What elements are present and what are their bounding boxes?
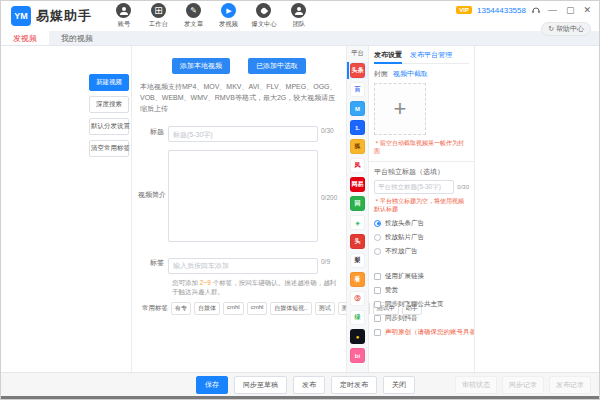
common-tag-chip[interactable]: 测试 [315,302,335,315]
platform-icon[interactable]: 百 [347,81,369,98]
checkbox-option[interactable]: 使用扩展链接 [374,272,469,281]
cover-row: 封面 视频中截取 [374,69,469,79]
ad-options: 投放头条广告 投放贴片广告 不投放广告 [374,219,469,256]
nav-item[interactable]: 工作台 [141,1,176,31]
divider [369,161,474,162]
platform-strip-header: 平台 [351,49,364,58]
platform-icon[interactable]: ● [347,328,369,345]
publish-settings: 发布设置 发布平台管理 封面 视频中截取 + ＊留空自动截取视频第一帧作为封面 … [369,46,474,374]
platform-icon[interactable]: 凤 [347,157,369,174]
footer-disabled-button: 同步记录 [502,376,544,394]
upload-buttons: 添加本地视频 已添加中选取 [138,58,340,74]
platform-icon[interactable]: ◈ [347,214,369,231]
video-icon [221,3,236,18]
ad-radio-option[interactable]: 不投放广告 [374,247,469,256]
titlebar: YM 易媒助手 账号 工作台 发文章 [1,1,599,31]
sync-options: 使用扩展链接 赞赏 同步到飞聊公共主页 [374,272,469,337]
app-window: YM 易媒助手 账号 工作台 发文章 [0,0,600,400]
title-label: 标题 [138,123,168,137]
capture-from-video-link[interactable]: 视频中截取 [393,69,428,79]
logo-icon: YM [11,6,31,26]
window-bottom-edge [1,396,599,399]
help-center-button[interactable]: ↻ 帮助中心 [541,22,591,36]
cover-label: 封面 [374,69,388,79]
platform-icon[interactable]: 头条 [347,62,369,79]
main-body: 新建视频 深度搜索 默认分发设置 清空常用标签 添加本地视频 已添加中选取 [1,46,599,374]
checkbox-option[interactable]: 同步到抖音 [374,314,469,323]
pick-from-added-button[interactable]: 已添加中选取 [248,58,306,74]
tag-input[interactable] [168,258,318,274]
page-tab[interactable]: 发视频 [1,31,49,45]
platform-strip: 平台 头条 百 M [347,46,369,374]
platform-icon[interactable]: 绿 [347,309,369,326]
ad-radio-option[interactable]: 投放头条广告 [374,219,469,228]
settings-tab[interactable]: 发布设置 [374,50,402,60]
radio-icon [374,220,381,227]
platform-icon[interactable]: Ⓢ [347,290,369,307]
sidebar-button[interactable]: 新建视频 [89,74,129,91]
platform-icon[interactable]: 网易 [347,176,369,193]
video-form: 添加本地视频 已添加中选取 本地视频支持MP4、MOV、MKV、AVI、FLV、… [132,46,346,374]
checkbox-icon [374,273,381,280]
checkbox-option[interactable]: 赞赏 [374,286,469,295]
tag-hint-range: 2~9 [200,279,211,286]
footer-bar: 保存 同步至草稿 发布 定时发布 关闭 审核状态同步记录 [1,372,599,396]
main-nav: 账号 工作台 发文章 发视频 爆 [106,1,316,31]
team-icon [291,3,306,18]
nav-item[interactable]: 发文章 [176,1,211,31]
headset-icon[interactable] [531,5,541,15]
independent-title-row: 0/30 [374,180,469,194]
common-tag-chip[interactable]: 自媒体 [194,302,220,315]
nav-item[interactable]: 发视频 [211,1,246,31]
platform-icon[interactable]: bi [347,347,369,364]
nav-item[interactable]: 团队 [281,1,316,31]
sidebar-button[interactable]: 深度搜索 [89,96,129,113]
common-tag-chip[interactable]: 自媒体短视.. [270,302,311,315]
common-tag-chip[interactable]: cmhl [223,302,244,315]
format-hint: 本地视频支持MP4、MOV、MKV、AVI、FLV、MPEG、OGG、VOB、W… [140,81,338,115]
checkbox-option[interactable]: 同步到飞聊公共主页 [374,300,469,309]
checkbox-icon [374,329,381,336]
cover-upload-box[interactable]: + [374,83,426,135]
sidebar-button[interactable]: 默认分发设置 [89,118,129,135]
footer-button[interactable]: 发布 [293,376,325,394]
title-field-row: 标题 0/30 [138,123,340,143]
platform-icon[interactable]: 回 [347,195,369,212]
common-tags-label: 常用标签 [142,304,168,313]
close-button[interactable]: ✕ [581,5,593,15]
footer-button[interactable]: 保存 [196,376,228,394]
maximize-button[interactable]: ▢ [564,5,577,15]
title-input[interactable] [168,126,318,142]
desc-textarea[interactable] [168,150,318,242]
nav-item[interactable]: 爆文中心 [246,1,281,31]
tag-hint: 您可添加 2~9 个标签，按回车键确认。描述越准确，越利于触达兴趣人群。 [172,279,340,297]
ad-radio-option[interactable]: 投放贴片广告 [374,233,469,242]
divider [474,46,475,374]
desc-counter: 0/200 [318,150,340,201]
nav-item[interactable]: 账号 [106,1,141,31]
platform-icon[interactable]: M [347,100,369,117]
common-tag-chip[interactable]: 有专 [171,302,191,315]
minimize-button[interactable]: — [546,5,559,15]
platform-icon[interactable]: 梨 [347,252,369,269]
platform-icon[interactable]: 看 [347,271,369,288]
footer-button[interactable]: 同步至草稿 [234,376,287,394]
checkbox-option[interactable]: 声明原创（请确保您的账号具备原创权益） [374,328,469,337]
left-action-column: 新建视频 深度搜索 默认分发设置 清空常用标签 [89,74,129,157]
footer-button[interactable]: 关闭 [383,376,415,394]
footer-actions: 保存 同步至草稿 发布 定时发布 关闭 [196,376,415,394]
independent-title-input[interactable] [374,180,454,194]
page-tab[interactable]: 我的视频 [49,31,105,45]
settings-tab[interactable]: 发布平台管理 [410,50,452,60]
cover-hint: ＊留空自动截取视频第一帧作为封面 [374,139,469,156]
platform-icon[interactable]: 1. [347,119,369,136]
footer-disabled-button: 发布记录 [549,376,591,394]
add-local-video-button[interactable]: 添加本地视频 [172,58,230,74]
account-phone[interactable]: 13544433558 [477,6,526,15]
common-tag-chip[interactable]: cmhl [247,302,268,315]
checkbox-icon [374,287,381,294]
sidebar-button[interactable]: 清空常用标签 [89,140,129,157]
platform-icon[interactable]: 头 [347,233,369,250]
platform-icon[interactable]: 狐 [347,138,369,155]
footer-button[interactable]: 定时发布 [331,376,377,394]
